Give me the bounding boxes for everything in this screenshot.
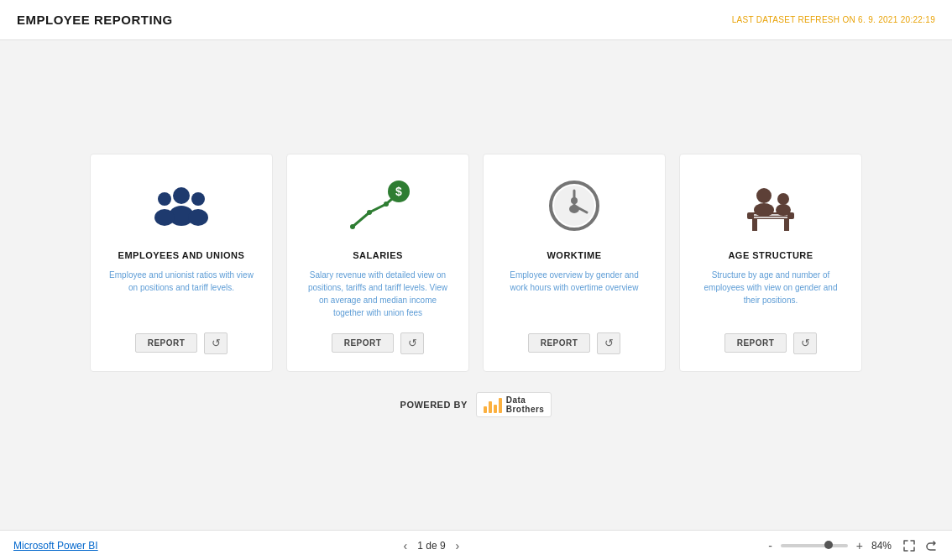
svg-point-4	[191, 192, 205, 206]
logo-bar-1	[484, 406, 487, 413]
page-info: 1 de 9	[417, 540, 445, 552]
svg-rect-18	[752, 219, 757, 231]
page-title: EMPLOYEE REPORTING	[17, 13, 173, 27]
main-content: EMPLOYEES AND UNIONS Employee and unioni…	[0, 40, 952, 530]
card-age-structure: AGE STRUCTURE Structure by age and numbe…	[679, 154, 862, 372]
svg-point-9	[367, 210, 372, 215]
card-employees-unions-title: EMPLOYEES AND UNIONS	[118, 250, 245, 260]
people-icon	[148, 178, 215, 238]
card-age-structure-actions: REPORT ↺	[724, 332, 818, 354]
svg-point-15	[571, 197, 578, 204]
salaries-report-button[interactable]: REPORT	[332, 333, 395, 353]
svg-point-25	[776, 204, 791, 216]
svg-point-10	[384, 201, 389, 207]
cards-row: EMPLOYEES AND UNIONS Employee and unioni…	[90, 154, 862, 372]
card-age-structure-title: AGE STRUCTURE	[728, 250, 813, 260]
card-salaries-desc: Salary revenue with detailed view on pos…	[302, 269, 453, 319]
svg-point-5	[188, 209, 208, 226]
svg-point-3	[154, 209, 175, 226]
header: EMPLOYEE REPORTING LAST DATASET REFRESH …	[0, 0, 952, 40]
svg-rect-19	[784, 219, 789, 231]
logo-data-label: Data	[506, 395, 545, 405]
svg-point-2	[158, 192, 171, 206]
status-right-controls: - + 84%	[765, 537, 939, 554]
page-navigation: ‹ 1 de 9 ›	[400, 537, 463, 554]
svg-point-22	[756, 188, 772, 203]
card-salaries-title: SALARIES	[353, 250, 403, 260]
card-employees-unions-desc: Employee and unionist ratios with view o…	[106, 269, 257, 319]
zoom-in-button[interactable]: +	[853, 537, 866, 554]
zoom-slider-thumb	[824, 541, 833, 549]
svg-point-0	[173, 187, 190, 204]
power-bi-link[interactable]: Microsoft Power BI	[13, 540, 98, 552]
zoom-percent-label: 84%	[871, 540, 895, 552]
data-brothers-logo: Data Brothers	[476, 392, 552, 417]
zoom-slider[interactable]	[781, 544, 848, 547]
card-worktime: WORKTIME Employee overview by gender and…	[483, 154, 666, 372]
share-button[interactable]	[923, 538, 939, 553]
svg-point-8	[350, 224, 355, 229]
logo-bar-3	[494, 405, 497, 413]
money-growth-icon: $	[344, 178, 411, 238]
status-bar: Microsoft Power BI ‹ 1 de 9 › - + 84%	[0, 530, 952, 560]
card-age-structure-desc: Structure by age and number of employees…	[695, 269, 846, 319]
svg-text:$: $	[395, 185, 402, 198]
card-worktime-actions: REPORT ↺	[528, 332, 621, 354]
employees-unions-report-button[interactable]: REPORT	[135, 333, 198, 353]
card-worktime-desc: Employee overview by gender and work hou…	[499, 269, 650, 319]
age-structure-report-button[interactable]: REPORT	[724, 333, 787, 353]
employees-unions-history-button[interactable]: ↺	[204, 332, 228, 354]
worktime-history-button[interactable]: ↺	[597, 332, 620, 354]
powered-by-label: POWERED BY	[400, 400, 468, 410]
prev-page-button[interactable]: ‹	[400, 537, 411, 554]
svg-point-24	[777, 193, 789, 205]
card-employees-unions-actions: REPORT ↺	[135, 332, 228, 354]
salaries-history-button[interactable]: ↺	[400, 332, 424, 354]
zoom-out-button[interactable]: -	[765, 537, 776, 554]
worktime-report-button[interactable]: REPORT	[528, 333, 591, 353]
card-worktime-title: WORKTIME	[547, 250, 601, 260]
next-page-button[interactable]: ›	[452, 537, 463, 554]
refresh-timestamp: LAST DATASET REFRESH ON 6. 9. 2021 20:22…	[732, 15, 935, 24]
logo-brothers-label: Brothers	[506, 405, 545, 414]
card-salaries: $ SALARIES Salary revenue with detailed …	[286, 154, 469, 372]
zoom-controls: - + 84%	[765, 537, 895, 554]
svg-point-23	[754, 203, 774, 217]
card-employees-unions: EMPLOYEES AND UNIONS Employee and unioni…	[90, 154, 273, 372]
fullscreen-button[interactable]	[902, 538, 917, 553]
svg-point-16	[569, 205, 579, 213]
card-salaries-actions: REPORT ↺	[332, 332, 425, 354]
age-icon	[737, 178, 804, 238]
logo-bar-4	[499, 398, 502, 413]
clock-icon	[541, 178, 608, 238]
logo-chart-icon	[484, 396, 502, 413]
powered-by-section: POWERED BY Data Brothers	[400, 392, 552, 417]
age-structure-history-button[interactable]: ↺	[793, 332, 817, 354]
logo-text: Data Brothers	[506, 395, 545, 414]
logo-bar-2	[489, 401, 492, 413]
